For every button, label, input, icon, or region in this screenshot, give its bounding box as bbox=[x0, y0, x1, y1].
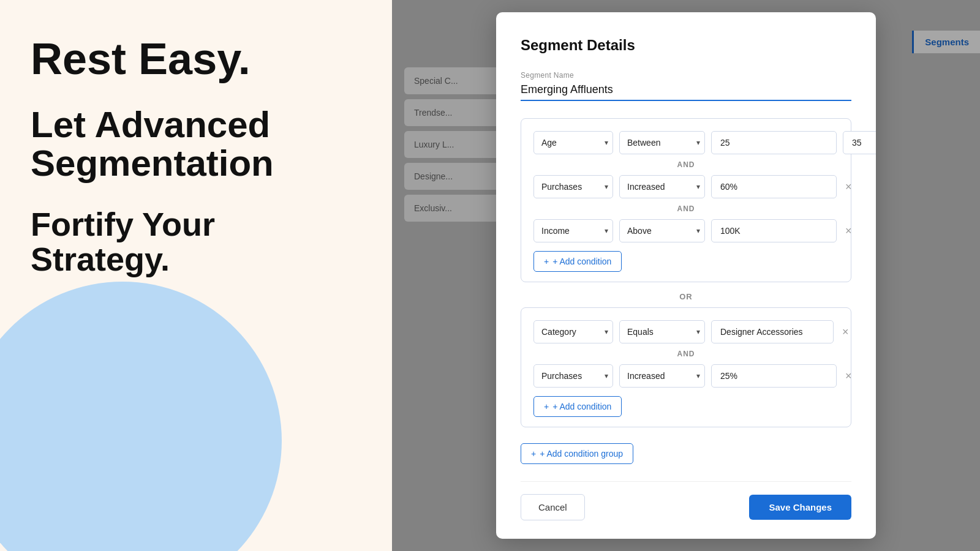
add-condition-plus-icon-1: + bbox=[544, 257, 549, 266]
operator-select-wrapper-age: Between Above Below Equals bbox=[619, 131, 705, 154]
field-select-purchases-1[interactable]: Purchases Age Income Category bbox=[533, 175, 613, 198]
field-select-income[interactable]: Income Age Purchases Category bbox=[533, 219, 613, 242]
field-select-wrapper-age: Age Purchases Income Category bbox=[533, 131, 613, 154]
headline-2: Let Advanced Segmentation bbox=[31, 105, 361, 182]
add-condition-button-2[interactable]: + + Add condition bbox=[533, 396, 622, 417]
headline-3: Fortify Your Strategy. bbox=[31, 207, 361, 276]
add-condition-button-1[interactable]: + + Add condition bbox=[533, 251, 622, 272]
and-label-3: AND bbox=[533, 350, 839, 358]
remove-condition-purchases-2[interactable]: × bbox=[843, 368, 854, 384]
add-group-plus-icon: + bbox=[531, 449, 536, 459]
condition-row-income: Income Age Purchases Category Above Belo… bbox=[533, 219, 839, 242]
save-changes-button[interactable]: Save Changes bbox=[749, 495, 851, 520]
field-select-wrapper-income: Income Age Purchases Category bbox=[533, 219, 613, 242]
decorative-circle bbox=[0, 282, 282, 551]
operator-select-wrapper-increased-1: Increased Decreased Equals Above bbox=[619, 175, 705, 198]
segment-name-label: Segment Name bbox=[521, 71, 851, 80]
operator-select-increased-1[interactable]: Increased Decreased Equals Above bbox=[619, 175, 705, 198]
value-input-age-1[interactable] bbox=[711, 131, 837, 154]
left-panel: Rest Easy. Let Advanced Segmentation For… bbox=[0, 0, 392, 551]
headline-1: Rest Easy. bbox=[31, 37, 361, 81]
field-select-wrapper-purchases-2: Purchases Age Income Category bbox=[533, 364, 613, 388]
value-input-purchases-1[interactable] bbox=[711, 175, 837, 198]
field-select-wrapper-purchases-1: Purchases Age Income Category bbox=[533, 175, 613, 198]
condition-row-category: Category Age Purchases Income Equals Not… bbox=[533, 320, 839, 343]
operator-select-wrapper-equals: Equals Not Equals Contains Above bbox=[619, 320, 705, 343]
remove-condition-income[interactable]: × bbox=[843, 223, 854, 239]
field-select-age[interactable]: Age Purchases Income Category bbox=[533, 131, 613, 154]
condition-row-purchases-1: Purchases Age Income Category Increased … bbox=[533, 175, 839, 198]
left-text-content: Rest Easy. Let Advanced Segmentation For… bbox=[0, 0, 392, 313]
operator-select-increased-2[interactable]: Increased Decreased Equals Above bbox=[619, 364, 705, 388]
field-select-wrapper-category: Category Age Purchases Income bbox=[533, 320, 613, 343]
and-label-1: AND bbox=[533, 160, 839, 169]
add-condition-plus-icon-2: + bbox=[544, 402, 549, 411]
value-input-category[interactable] bbox=[711, 320, 834, 343]
remove-condition-purchases-1[interactable]: × bbox=[843, 179, 854, 195]
value-input-purchases-2[interactable] bbox=[711, 364, 837, 388]
remove-condition-category[interactable]: × bbox=[840, 324, 851, 340]
add-condition-label-2: + Add condition bbox=[552, 402, 611, 411]
operator-select-age[interactable]: Between Above Below Equals bbox=[619, 131, 705, 154]
operator-select-wrapper-above: Above Below Equals Between bbox=[619, 219, 705, 242]
and-label-2: AND bbox=[533, 204, 839, 213]
cancel-button[interactable]: Cancel bbox=[521, 494, 585, 520]
modal-footer: Cancel Save Changes bbox=[521, 481, 851, 520]
operator-select-equals[interactable]: Equals Not Equals Contains Above bbox=[619, 320, 705, 343]
value-input-age-2[interactable] bbox=[843, 131, 876, 154]
add-condition-label-1: + Add condition bbox=[552, 257, 611, 266]
value-input-income[interactable] bbox=[711, 219, 837, 242]
field-select-purchases-2[interactable]: Purchases Age Income Category bbox=[533, 364, 613, 388]
condition-group-2: Category Age Purchases Income Equals Not… bbox=[521, 307, 851, 427]
condition-row-purchases-2: Purchases Age Income Category Increased … bbox=[533, 364, 839, 388]
modal-title: Segment Details bbox=[521, 37, 851, 54]
add-group-label: + Add condition group bbox=[540, 449, 623, 459]
operator-select-above[interactable]: Above Below Equals Between bbox=[619, 219, 705, 242]
field-select-category[interactable]: Category Age Purchases Income bbox=[533, 320, 613, 343]
condition-group-1: Age Purchases Income Category Between Ab… bbox=[521, 118, 851, 282]
or-divider: OR bbox=[521, 292, 851, 301]
segment-details-modal: Segment Details Segment Name Age Purchas… bbox=[496, 12, 876, 539]
operator-select-wrapper-increased-2: Increased Decreased Equals Above bbox=[619, 364, 705, 388]
modal-overlay: Segment Details Segment Name Age Purchas… bbox=[392, 0, 980, 551]
add-condition-group-button[interactable]: + + Add condition group bbox=[521, 443, 633, 464]
segment-name-input[interactable] bbox=[521, 83, 851, 101]
right-background: Segments Special C... 39,283 Trendse... … bbox=[392, 0, 980, 551]
condition-row-age: Age Purchases Income Category Between Ab… bbox=[533, 131, 839, 154]
